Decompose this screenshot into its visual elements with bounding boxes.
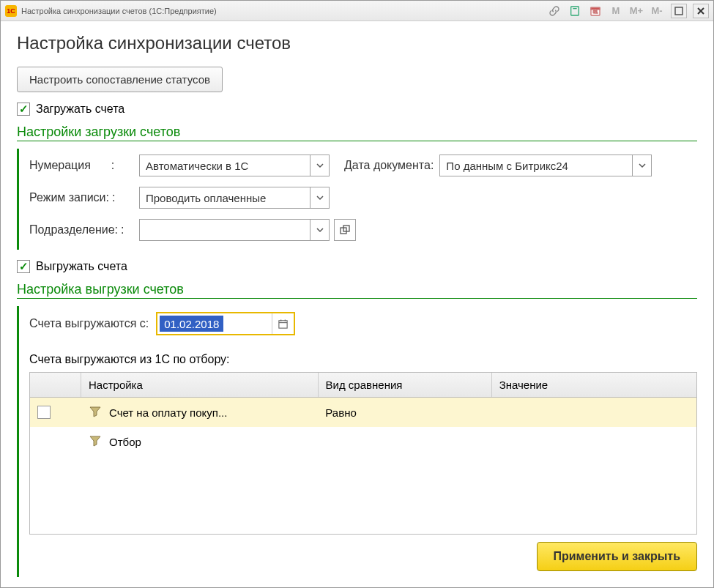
row-value: [491, 408, 696, 417]
titlebar: 1C Настройка синхронизации счетов (1С:Пр…: [1, 1, 713, 21]
write-mode-label: Режим записи:: [29, 191, 139, 204]
chevron-down-icon[interactable]: [310, 187, 329, 208]
m-plus-button[interactable]: M+: [628, 4, 644, 18]
window: 1C Настройка синхронизации счетов (1С:Пр…: [0, 0, 714, 588]
export-settings-body: Счета выгружаются с: 01.02.2018 Счета вы…: [17, 306, 697, 577]
write-mode-value: Проводить оплаченные: [140, 187, 310, 208]
doc-date-combo[interactable]: По данным с Битрикс24: [439, 155, 652, 176]
load-invoices-checkbox[interactable]: [17, 103, 30, 116]
svg-rect-0: [571, 7, 579, 15]
export-settings-header[interactable]: Настройка выгрузки счетов: [17, 282, 697, 299]
table-header: Настройка Вид сравнения Значение: [30, 373, 696, 398]
chevron-down-icon[interactable]: [632, 155, 651, 176]
calculator-icon[interactable]: [567, 4, 583, 18]
table-row[interactable]: Отбор: [30, 427, 696, 456]
row-setting: Счет на оплату покуп...: [109, 406, 227, 419]
apply-and-close-button[interactable]: Применить и закрыть: [537, 542, 698, 571]
svg-rect-11: [675, 7, 683, 15]
th-comparison: Вид сравнения: [319, 373, 492, 397]
svg-text:31: 31: [593, 10, 598, 14]
write-mode-combo[interactable]: Проводить оплаченные: [139, 187, 330, 209]
load-settings-header[interactable]: Настройки загрузки счетов: [17, 124, 697, 141]
department-value: [140, 220, 310, 240]
filter-icon: [89, 434, 102, 450]
svg-rect-16: [279, 320, 287, 327]
numbering-value: Автоматически в 1С: [140, 155, 310, 176]
doc-date-value: По данным с Битрикс24: [440, 155, 632, 176]
department-combo[interactable]: [139, 219, 330, 241]
table-row[interactable]: Счет на оплату покуп... Равно: [30, 398, 696, 427]
export-invoices-checkbox-row[interactable]: Выгружать счета: [17, 260, 697, 273]
filter-icon: [89, 405, 102, 420]
load-settings-body: Нумерация: Автоматически в 1С Дата докум…: [17, 149, 697, 250]
load-invoices-label: Загружать счета: [36, 103, 124, 116]
export-invoices-checkbox[interactable]: [17, 260, 30, 273]
export-invoices-label: Выгружать счета: [36, 260, 127, 273]
th-checkbox: [30, 373, 81, 397]
svg-rect-9: [591, 7, 600, 10]
configure-status-mapping-button[interactable]: Настроить сопоставление статусов: [17, 67, 223, 92]
export-from-label: Счета выгружаются с:: [29, 317, 149, 330]
window-title: Настройка синхронизации счетов (1С:Предп…: [21, 7, 546, 15]
th-value: Значение: [492, 373, 696, 397]
app-logo-icon: 1C: [5, 5, 17, 17]
row-checkbox[interactable]: [37, 406, 51, 419]
table-body: Счет на оплату покуп... Равно Отбор: [30, 398, 696, 534]
numbering-label: Нумерация:: [29, 159, 139, 172]
filter-label: Счета выгружаются из 1С по отбору:: [29, 353, 697, 366]
row-comparison: [318, 437, 491, 446]
th-setting: Настройка: [81, 373, 319, 397]
chevron-down-icon[interactable]: [310, 220, 329, 240]
row-setting: Отбор: [109, 436, 141, 448]
open-reference-button[interactable]: [334, 219, 356, 241]
calendar-picker-icon[interactable]: [272, 313, 294, 334]
chevron-down-icon[interactable]: [310, 155, 329, 176]
row-value: [491, 437, 696, 446]
export-from-date-input[interactable]: 01.02.2018: [156, 312, 295, 335]
filter-table: Настройка Вид сравнения Значение Счет на…: [29, 372, 697, 535]
department-label: Подразделение:: [29, 223, 139, 237]
calendar-icon[interactable]: 31: [587, 4, 603, 18]
page-title: Настройка синхронизации счетов: [17, 33, 697, 53]
m-button[interactable]: M: [608, 4, 624, 18]
load-invoices-checkbox-row[interactable]: Загружать счета: [17, 103, 697, 116]
export-from-date-value: 01.02.2018: [160, 316, 223, 332]
content-area: Настройка синхронизации счетов Настроить…: [1, 21, 713, 587]
maximize-button[interactable]: [671, 4, 687, 18]
m-minus-button[interactable]: M-: [649, 4, 665, 18]
close-button[interactable]: [693, 4, 709, 18]
numbering-combo[interactable]: Автоматически в 1С: [139, 155, 330, 176]
link-icon[interactable]: [546, 4, 562, 18]
doc-date-label: Дата документа:: [344, 159, 434, 172]
row-comparison: Равно: [318, 402, 491, 423]
